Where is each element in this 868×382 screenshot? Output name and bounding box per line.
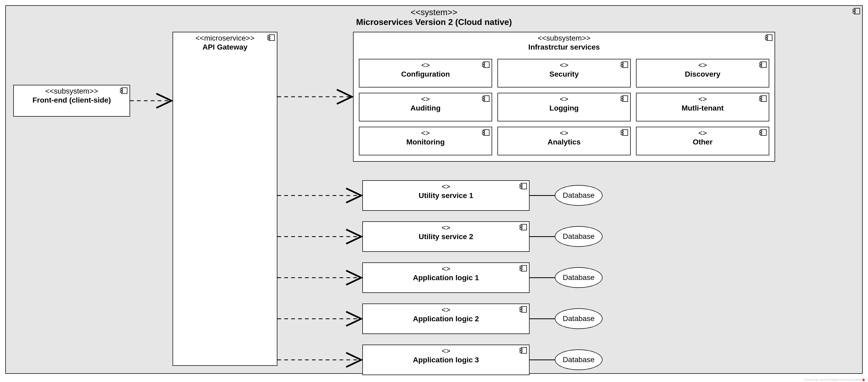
infra-service-2: <>Discovery xyxy=(636,59,769,88)
infra-service-7: <>Analytics xyxy=(497,127,631,155)
infra-service-8: <>Other xyxy=(636,127,769,155)
svg-rect-40 xyxy=(520,184,522,185)
component-icon xyxy=(852,8,860,14)
svg-rect-31 xyxy=(482,131,485,132)
svg-rect-23 xyxy=(482,99,485,101)
service-0: <>Utility service 1 xyxy=(362,180,530,211)
infra-service-0: <>Configuration xyxy=(359,59,492,88)
svg-rect-46 xyxy=(520,267,522,268)
component-icon xyxy=(759,129,767,136)
svg-rect-37 xyxy=(759,131,762,132)
svg-rect-25 xyxy=(621,97,623,98)
component-icon xyxy=(267,34,275,41)
svg-rect-11 xyxy=(765,38,768,39)
arrow-icon xyxy=(863,378,865,381)
infra-service-3: <>Auditing xyxy=(359,93,492,121)
svg-rect-17 xyxy=(621,65,623,67)
diagram-canvas: <<system>> Microservices Version 2 (Clou… xyxy=(0,0,868,382)
infra-service-6: <>Monitoring xyxy=(359,127,492,155)
svg-rect-47 xyxy=(520,269,522,270)
svg-rect-19 xyxy=(759,63,762,64)
svg-rect-13 xyxy=(482,63,485,64)
service-1: <>Utility service 2 xyxy=(362,221,530,252)
svg-rect-44 xyxy=(520,228,522,229)
svg-rect-26 xyxy=(621,99,623,101)
svg-rect-28 xyxy=(759,97,762,98)
frontend-name: Front-end (client-side) xyxy=(14,96,129,104)
component-icon xyxy=(621,62,628,68)
svg-rect-41 xyxy=(520,187,522,188)
service-3: <>Application logic 2 xyxy=(362,304,530,334)
service-2: <>Application logic 1 xyxy=(362,263,530,293)
component-icon xyxy=(621,96,628,102)
component-icon xyxy=(482,96,490,102)
service-4: <>Application logic 3 xyxy=(362,345,530,375)
component-icon xyxy=(520,265,527,272)
svg-rect-5 xyxy=(120,91,123,93)
svg-rect-29 xyxy=(759,99,762,101)
database-4: Database xyxy=(555,349,602,370)
system-stereo: <<system>> xyxy=(6,7,862,17)
svg-rect-32 xyxy=(482,133,485,134)
infra-grid: <>Configuration<>Security<>Discovery<>Au… xyxy=(353,54,775,161)
database-0: Database xyxy=(555,185,602,206)
svg-rect-2 xyxy=(852,12,855,13)
svg-rect-35 xyxy=(621,133,623,134)
svg-rect-8 xyxy=(267,38,270,39)
infra-service-4: <>Logging xyxy=(497,93,631,121)
database-1: Database xyxy=(555,226,602,247)
infra-stereo: <<subsystem>> xyxy=(353,34,775,42)
svg-rect-1 xyxy=(852,9,855,11)
component-icon xyxy=(520,224,527,230)
component-icon xyxy=(482,62,490,68)
infra-name: Infrastrctur services xyxy=(353,43,775,51)
component-icon xyxy=(759,62,767,68)
gateway-name: API Gateway xyxy=(173,43,277,51)
svg-rect-16 xyxy=(621,63,623,64)
component-icon xyxy=(482,129,490,136)
frontend-stereo: <<subsystem>> xyxy=(14,87,129,96)
gateway-stereo: <<microservice>> xyxy=(173,34,277,42)
svg-rect-20 xyxy=(759,65,762,67)
database-3: Database xyxy=(555,308,602,329)
component-icon xyxy=(520,306,527,313)
component-icon xyxy=(520,347,527,354)
svg-rect-53 xyxy=(520,351,522,352)
svg-rect-50 xyxy=(520,310,522,311)
infra-subsystem: <<subsystem>> Infrastrctur services <>Co… xyxy=(353,32,775,162)
svg-rect-4 xyxy=(120,89,123,90)
component-icon xyxy=(621,129,628,136)
api-gateway: <<microservice>> API Gateway xyxy=(173,32,277,366)
watermark: Powered By Visual Paradigm Community Edi… xyxy=(804,378,865,381)
svg-rect-49 xyxy=(520,308,522,309)
svg-rect-22 xyxy=(482,97,485,98)
component-icon xyxy=(765,34,772,41)
svg-rect-52 xyxy=(520,349,522,350)
svg-rect-38 xyxy=(759,133,762,134)
frontend-subsystem: <<subsystem>> Front-end (client-side) xyxy=(13,85,130,117)
svg-rect-43 xyxy=(520,225,522,227)
svg-rect-10 xyxy=(765,36,768,37)
system-name: Microservices Version 2 (Cloud native) xyxy=(6,17,862,27)
component-icon xyxy=(120,88,127,94)
infra-service-1: <>Security xyxy=(497,59,631,88)
svg-rect-7 xyxy=(267,36,270,37)
component-icon xyxy=(759,96,767,102)
infra-service-5: <>Mutli-tenant xyxy=(636,93,769,121)
component-icon xyxy=(520,183,527,189)
svg-rect-14 xyxy=(482,65,485,67)
svg-rect-34 xyxy=(621,131,623,132)
database-2: Database xyxy=(555,267,602,288)
